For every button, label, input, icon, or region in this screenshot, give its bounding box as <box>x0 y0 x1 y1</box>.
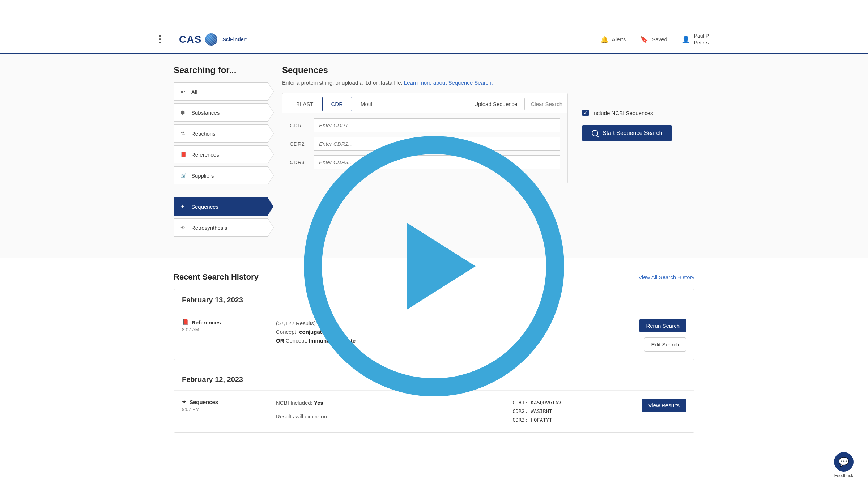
sidebar-item-label: All <box>191 89 197 95</box>
user-menu[interactable]: 👤 Paul P Peters <box>682 33 709 46</box>
history-card: February 12, 2023 ✦Sequences 9:07 PM NCB… <box>174 369 694 433</box>
sequence-box: BLAST CDR Motif Upload Sequence Clear Se… <box>282 93 568 183</box>
cdr-body: CDR1 CDR2 CDR3 <box>282 113 567 183</box>
cdr2-input[interactable] <box>314 137 560 151</box>
expire-note: Results will expire on <box>276 412 491 421</box>
sidebar-item-label: Sequences <box>191 204 218 210</box>
cycle-icon: ⟲ <box>180 225 187 230</box>
top-white-strip <box>0 0 868 25</box>
tab-cdr[interactable]: CDR <box>322 97 352 111</box>
concept-term: conjugate <box>299 329 325 335</box>
history-type-label: Sequences <box>190 399 218 405</box>
upload-sequence-button[interactable]: Upload Sequence <box>467 98 525 110</box>
history-date: February 13, 2023 <box>174 289 694 311</box>
page-title: Sequences <box>282 65 694 75</box>
user-icon: 👤 <box>682 35 690 43</box>
tab-motif[interactable]: Motif <box>352 97 381 111</box>
book-icon: 📕 <box>182 319 189 326</box>
cdr1-input[interactable] <box>314 118 560 132</box>
cdr1-value: CDR1: KASQDVGTAV <box>512 399 614 407</box>
search-panel: Searching for... ●•All ⬢Substances ⚗Reac… <box>0 54 868 258</box>
sidebar-item-retrosynthesis[interactable]: ⟲Retrosynthesis <box>174 218 268 237</box>
all-icon: ●• <box>180 89 187 94</box>
product-name: SciFinderⁿ <box>222 37 247 42</box>
page-subtitle: Enter a protein string, or upload a .txt… <box>282 80 694 86</box>
sidebar-item-reactions[interactable]: ⚗Reactions <box>174 124 268 143</box>
sidebar-item-all[interactable]: ●•All <box>174 82 268 101</box>
sidebar-item-references[interactable]: 📕References <box>174 145 268 163</box>
history-type: 📕References <box>182 319 254 326</box>
saved-button[interactable]: 🔖 Saved <box>640 35 667 43</box>
cdr3-label: CDR3 <box>290 159 308 165</box>
user-name-block: Paul P Peters <box>694 33 709 46</box>
start-button-label: Start Sequence Search <box>603 130 662 136</box>
user-lastname: Peters <box>694 39 709 46</box>
rerun-search-button[interactable]: Rerun Search <box>639 319 686 332</box>
results-count: (57,122 Results) <box>276 319 614 328</box>
hexagon-icon: ⬢ <box>180 110 187 115</box>
view-all-history-link[interactable]: View All Search History <box>638 274 694 280</box>
bell-icon: 🔔 <box>600 35 608 43</box>
flask-icon: ⚗ <box>180 131 187 136</box>
sidebar-item-label: Reactions <box>191 131 216 137</box>
history-type-label: References <box>192 319 221 326</box>
sparkle-icon: ✦ <box>182 399 187 405</box>
history-card: February 13, 2023 📕References 8:07 AM (5… <box>174 289 694 360</box>
ncbi-pre: NCBI Included: <box>276 400 314 406</box>
alerts-label: Alerts <box>612 36 626 42</box>
saved-label: Saved <box>652 36 667 42</box>
main-content: Sequences Enter a protein string, or upl… <box>282 65 694 239</box>
checkbox-checked-icon: ✓ <box>582 110 589 116</box>
history-title: Recent Search History <box>174 272 259 282</box>
cdr1-label: CDR1 <box>290 122 308 128</box>
globe-icon <box>205 33 217 46</box>
feedback-button[interactable]: 💬 Feedback <box>834 452 854 456</box>
alerts-button[interactable]: 🔔 Alerts <box>600 35 626 43</box>
bookmark-icon: 🔖 <box>640 35 648 43</box>
cdr2-label: CDR2 <box>290 141 308 147</box>
ncbi-checkbox[interactable]: ✓ Include NCBI Sequences <box>582 110 672 116</box>
concept-pre: Concept: <box>276 329 299 335</box>
concept-mid: Concept: <box>284 337 309 344</box>
subtitle-text: Enter a protein string, or upload a .txt… <box>282 80 404 86</box>
app-header: CAS SciFinderⁿ 🔔 Alerts 🔖 Saved 👤 Paul P… <box>0 25 868 54</box>
brand-text: CAS <box>179 34 201 45</box>
cdr2-value: CDR2: WASIRHT <box>512 407 614 416</box>
cdr3-value: CDR3: HQFATYT <box>512 416 614 425</box>
history-time: 8:07 AM <box>182 327 254 332</box>
history-details: NCBI Included: Yes Results will expire o… <box>276 399 491 424</box>
ncbi-label: Include NCBI Sequences <box>592 110 653 116</box>
user-firstname: Paul P <box>694 33 709 39</box>
history-section: Recent Search History View All Search Hi… <box>0 258 868 456</box>
menu-icon[interactable] <box>159 35 161 43</box>
sidebar-item-label: Retrosynthesis <box>191 225 227 231</box>
tab-blast[interactable]: BLAST <box>288 97 322 111</box>
chat-icon: 💬 <box>834 452 854 456</box>
sidebar-item-substances[interactable]: ⬢Substances <box>174 103 268 122</box>
cdr3-input[interactable] <box>314 155 560 169</box>
history-details: (57,122 Results) Concept: conjugate OR C… <box>276 319 614 352</box>
history-cdr-block: CDR1: KASQDVGTAV CDR2: WASIRHT CDR3: HQF… <box>512 399 614 424</box>
book-icon: 📕 <box>180 152 187 157</box>
brand-logo[interactable]: CAS SciFinderⁿ <box>179 33 247 46</box>
cart-icon: 🛒 <box>180 173 187 178</box>
sidebar: Searching for... ●•All ⬢Substances ⚗Reac… <box>174 65 268 239</box>
search-icon <box>592 130 598 136</box>
tab-row: BLAST CDR Motif Upload Sequence Clear Se… <box>282 93 567 113</box>
sidebar-title: Searching for... <box>174 65 268 75</box>
concept-term2: Immunoconjugate <box>309 337 356 344</box>
or-operator: OR <box>276 337 284 344</box>
sidebar-item-suppliers[interactable]: 🛒Suppliers <box>174 166 268 184</box>
history-date: February 12, 2023 <box>174 369 694 391</box>
sidebar-item-label: References <box>191 152 219 158</box>
clear-search-link[interactable]: Clear Search <box>531 101 562 107</box>
learn-more-link[interactable]: Learn more about Sequence Search. <box>404 80 493 86</box>
sidebar-item-sequences[interactable]: ✦Sequences <box>174 197 268 216</box>
history-time: 9:07 PM <box>182 407 254 412</box>
history-type: ✦Sequences <box>182 399 254 405</box>
view-results-button[interactable]: View Results <box>642 399 686 412</box>
ncbi-value: Yes <box>314 400 323 406</box>
sparkle-icon: ✦ <box>180 204 187 209</box>
start-sequence-search-button[interactable]: Start Sequence Search <box>582 125 672 141</box>
edit-search-button[interactable]: Edit Search <box>644 337 686 352</box>
